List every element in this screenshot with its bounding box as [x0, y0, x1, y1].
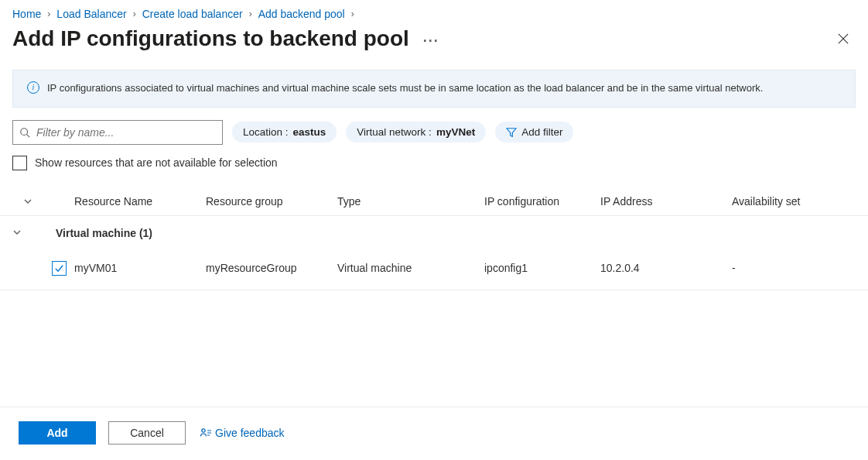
group-label: Virtual machine (1): [43, 227, 152, 239]
page-title: Add IP configurations to backend pool: [12, 26, 409, 51]
page-header: Add IP configurations to backend pool ··…: [0, 20, 868, 70]
show-unavailable-label: Show resources that are not available fo…: [35, 156, 278, 169]
give-feedback-link[interactable]: Give feedback: [200, 427, 285, 439]
table-row[interactable]: myVM01 myResourceGroup Virtual machine i…: [0, 250, 868, 290]
row-checkbox[interactable]: [52, 261, 67, 276]
breadcrumb-separator: ›: [133, 9, 136, 19]
breadcrumb-separator: ›: [249, 9, 252, 19]
breadcrumb-add-backend-pool[interactable]: Add backend pool: [258, 8, 345, 20]
filter-search-box[interactable]: [12, 120, 223, 145]
breadcrumb-home[interactable]: Home: [12, 8, 41, 20]
search-icon: [19, 127, 30, 138]
cell-ip-configuration: ipconfig1: [484, 262, 600, 274]
close-icon: [838, 33, 849, 44]
cell-ip-address: 10.2.0.4: [600, 262, 732, 274]
column-header-ip-configuration[interactable]: IP configuration: [484, 195, 600, 208]
filter-pill-location[interactable]: Location : eastus: [232, 122, 337, 142]
info-banner: i IP configurations associated to virtua…: [12, 70, 856, 108]
table-header-row: Resource Name Resource group Type IP con…: [0, 187, 868, 216]
column-header-name[interactable]: Resource Name: [74, 195, 206, 208]
svg-point-4: [202, 429, 205, 432]
close-button[interactable]: [831, 26, 856, 51]
header-expand-all[interactable]: [12, 197, 43, 206]
breadcrumb-separator: ›: [351, 9, 354, 19]
page-title-container: Add IP configurations to backend pool ··…: [12, 26, 439, 51]
column-header-availability-set[interactable]: Availability set: [732, 195, 848, 208]
cell-type: Virtual machine: [337, 262, 484, 274]
filter-pill-vnet[interactable]: Virtual network : myVNet: [346, 122, 486, 142]
show-unavailable-row: Show resources that are not available fo…: [0, 156, 868, 187]
breadcrumb-create-lb[interactable]: Create load balancer: [142, 8, 243, 20]
cell-availability-set: -: [732, 262, 848, 274]
resources-table: Resource Name Resource group Type IP con…: [0, 187, 868, 290]
info-banner-text: IP configurations associated to virtual …: [47, 81, 763, 96]
filter-location-label: Location :: [243, 126, 289, 138]
chevron-down-icon: [23, 197, 32, 206]
footer-bar: Add Cancel Give feedback: [0, 407, 868, 445]
info-icon: i: [27, 81, 39, 94]
filter-vnet-value: myVNet: [436, 126, 475, 138]
show-unavailable-checkbox[interactable]: [12, 156, 27, 170]
filter-vnet-label: Virtual network :: [357, 126, 432, 138]
group-expand-toggle[interactable]: [12, 227, 43, 239]
cell-resource-name: myVM01: [74, 262, 206, 274]
add-filter-label: Add filter: [521, 126, 562, 138]
breadcrumb-separator: ›: [47, 9, 50, 19]
breadcrumb-load-balancer[interactable]: Load Balancer: [56, 8, 126, 20]
column-header-resource-group[interactable]: Resource group: [206, 195, 337, 208]
chevron-down-icon: [12, 228, 22, 237]
add-button[interactable]: Add: [19, 421, 96, 445]
feedback-icon: [200, 427, 212, 439]
add-filter-button[interactable]: Add filter: [495, 122, 573, 142]
table-group-row-vm[interactable]: Virtual machine (1): [0, 216, 868, 250]
filter-icon: [506, 127, 517, 138]
svg-line-3: [27, 134, 30, 137]
check-icon: [54, 263, 64, 273]
cell-resource-group: myResourceGroup: [206, 262, 337, 274]
more-actions-button[interactable]: ···: [423, 29, 439, 50]
give-feedback-label: Give feedback: [215, 427, 285, 439]
column-header-type[interactable]: Type: [337, 195, 484, 208]
filter-location-value: eastus: [293, 126, 326, 138]
filter-search-input[interactable]: [30, 125, 216, 139]
filter-row: Location : eastus Virtual network : myVN…: [0, 120, 868, 156]
column-header-ip-address[interactable]: IP Address: [600, 195, 732, 208]
svg-point-2: [21, 129, 28, 136]
cancel-button[interactable]: Cancel: [108, 421, 186, 445]
breadcrumb: Home › Load Balancer › Create load balan…: [0, 0, 868, 20]
